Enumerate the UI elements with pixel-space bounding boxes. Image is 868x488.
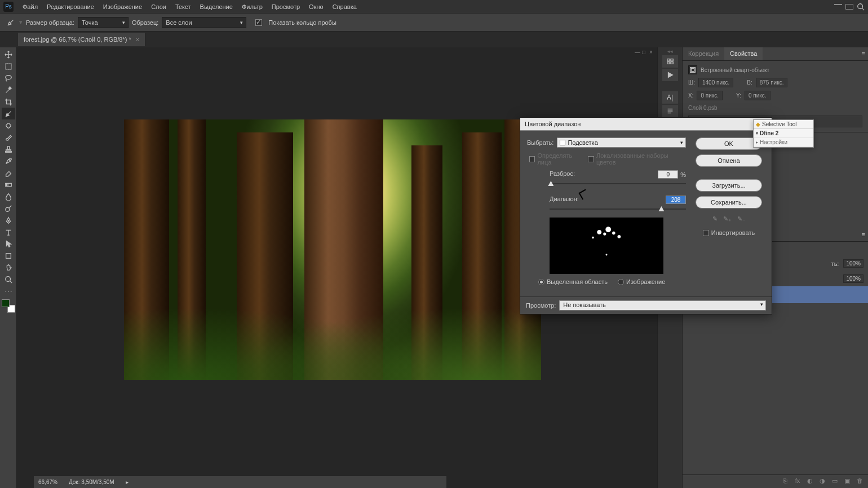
heal-tool[interactable] xyxy=(2,119,15,131)
crop-tool[interactable] xyxy=(2,96,15,108)
history-brush-tool[interactable] xyxy=(2,155,15,167)
canvas-min-icon[interactable]: — xyxy=(635,49,640,55)
invert-checkbox[interactable] xyxy=(703,230,709,236)
panel-play-icon[interactable] xyxy=(662,69,678,81)
eyedropper-icon[interactable]: ✎ xyxy=(712,215,718,223)
opacity-value[interactable]: 100% xyxy=(843,259,863,268)
tab-correction[interactable]: Коррекция xyxy=(683,47,724,60)
menu-select[interactable]: Выделение xyxy=(196,1,237,12)
dodge-tool[interactable] xyxy=(2,202,15,214)
menu-help[interactable]: Справка xyxy=(328,1,361,12)
canvas-close-icon[interactable]: × xyxy=(649,49,655,55)
ok-button[interactable]: OK xyxy=(696,137,762,150)
eyedropper-minus-icon[interactable]: ✎₋ xyxy=(737,215,746,223)
panel-menu-icon[interactable]: ≡ xyxy=(859,47,868,60)
hand-tool[interactable] xyxy=(2,261,15,273)
menu-edit[interactable]: Редактирование xyxy=(42,1,99,12)
group-icon[interactable]: ▭ xyxy=(831,477,839,486)
menu-type[interactable]: Текст xyxy=(171,1,196,12)
color-swatches[interactable] xyxy=(2,299,15,313)
show-ring-checkbox[interactable] xyxy=(255,19,262,26)
trash-icon[interactable]: 🗑 xyxy=(856,477,863,486)
fill-value[interactable]: 100% xyxy=(843,274,863,283)
canvas-max-icon[interactable]: □ xyxy=(642,49,648,55)
fuzziness-unit: % xyxy=(680,171,686,178)
expand-icon[interactable]: ▸ xyxy=(756,140,758,145)
link-icon[interactable]: ⎘ xyxy=(781,477,789,486)
toolbox: ⋯ xyxy=(0,47,17,488)
dialog-title[interactable]: Цветовой диапазон xyxy=(520,118,772,131)
document-tab-title: forest.jpg @ 66,7% (Слой 0, RGB/8*) * xyxy=(24,36,131,43)
type-tool[interactable] xyxy=(2,226,15,238)
cancel-button[interactable]: Отмена xyxy=(696,154,762,167)
wand-tool[interactable] xyxy=(2,84,15,96)
current-tool-icon[interactable] xyxy=(5,16,17,29)
menu-filter[interactable]: Фильтр xyxy=(237,1,267,12)
svg-point-10 xyxy=(9,158,11,160)
layers-menu-icon[interactable]: ≡ xyxy=(859,228,868,241)
zoom-readout[interactable]: 66,67% xyxy=(38,479,57,485)
path-select-tool[interactable] xyxy=(2,238,15,250)
preview-combo[interactable]: Не показывать xyxy=(559,300,766,310)
range-slider[interactable] xyxy=(550,205,686,213)
close-icon[interactable]: × xyxy=(136,36,139,43)
opacity-label: ть: xyxy=(831,260,839,267)
brush-tool[interactable] xyxy=(2,131,15,143)
panel-paragraph-icon[interactable] xyxy=(662,105,678,117)
svg-rect-22 xyxy=(670,59,672,61)
eyedropper-plus-icon[interactable]: ✎₊ xyxy=(723,215,732,223)
document-tab[interactable]: forest.jpg @ 66,7% (Слой 0, RGB/8*) * × xyxy=(18,33,145,46)
collapse-icon[interactable]: ▾ xyxy=(756,131,758,136)
lasso-tool[interactable] xyxy=(2,72,15,84)
edit-toolbar[interactable]: ⋯ xyxy=(2,285,15,297)
document-canvas[interactable] xyxy=(124,119,541,380)
menu-view[interactable]: Просмотр xyxy=(267,1,304,12)
radio-selection[interactable]: Выделенная область xyxy=(538,278,608,285)
eraser-tool[interactable] xyxy=(2,167,15,179)
tab-properties[interactable]: Свойства xyxy=(724,47,763,60)
load-button[interactable]: Загрузить... xyxy=(696,179,762,192)
svg-rect-3 xyxy=(5,63,11,69)
x-value[interactable]: 0 пикс. xyxy=(697,91,723,100)
fuzziness-value[interactable] xyxy=(658,170,678,179)
panel-history-icon[interactable] xyxy=(662,55,678,68)
menu-window[interactable]: Окно xyxy=(304,1,328,12)
blur-tool[interactable] xyxy=(2,190,15,202)
zoom-tool[interactable] xyxy=(2,273,15,285)
fx-icon[interactable]: fx xyxy=(794,477,801,486)
menubar: Ps Файл Редактирование Изображение Слои … xyxy=(0,0,868,14)
menu-layer[interactable]: Слои xyxy=(147,1,171,12)
save-button[interactable]: Сохранить... xyxy=(696,196,762,208)
minimize-icon[interactable] xyxy=(834,4,842,5)
restore-icon[interactable] xyxy=(845,4,853,10)
floater-item[interactable]: Dfine 2 xyxy=(760,130,778,136)
select-combo[interactable]: Подсветка xyxy=(557,137,686,148)
app-logo: Ps xyxy=(3,2,14,12)
sample-size-select[interactable]: Точка xyxy=(78,17,129,28)
eyedropper-group: ✎ ✎₊ ✎₋ xyxy=(712,215,746,223)
panel-character-icon[interactable]: A| xyxy=(662,91,678,104)
menu-file[interactable]: Файл xyxy=(18,1,42,12)
status-chevron-icon[interactable]: ▸ xyxy=(126,479,129,485)
y-value[interactable]: 0 пикс. xyxy=(745,91,770,100)
shape-tool[interactable] xyxy=(2,250,15,261)
eyedropper-tool[interactable] xyxy=(2,108,15,119)
svg-rect-21 xyxy=(667,62,669,64)
radio-image[interactable]: Изображение xyxy=(618,278,665,285)
fuzziness-slider[interactable] xyxy=(550,180,686,188)
mask-icon[interactable]: ◐ xyxy=(806,477,814,486)
svg-point-16 xyxy=(8,220,9,221)
sample-select[interactable]: Все слои xyxy=(162,17,246,28)
adjustment-icon[interactable]: ◑ xyxy=(818,477,826,486)
search-icon[interactable] xyxy=(857,3,865,11)
selective-tool-floater[interactable]: ◆Selective Tool ▾Dfine 2 ▸Настройки xyxy=(753,119,814,148)
range-value[interactable] xyxy=(666,196,686,204)
floater-settings[interactable]: Настройки xyxy=(760,139,787,145)
marquee-tool[interactable] xyxy=(2,60,15,72)
move-tool[interactable] xyxy=(2,48,15,60)
stamp-tool[interactable] xyxy=(2,143,15,155)
pen-tool[interactable] xyxy=(2,214,15,226)
gradient-tool[interactable] xyxy=(2,179,15,190)
new-layer-icon[interactable]: ▣ xyxy=(843,477,851,486)
menu-image[interactable]: Изображение xyxy=(99,1,147,12)
